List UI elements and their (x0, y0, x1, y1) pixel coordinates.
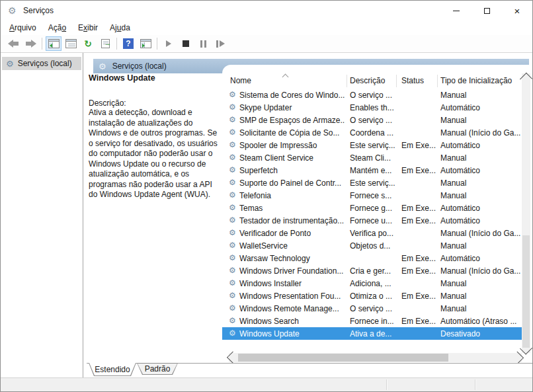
title-bar: ⚙ Serviços × (1, 1, 532, 20)
column-divider[interactable] (437, 75, 438, 87)
description-label: Descrição: (89, 98, 222, 108)
services-list: Nome Descrição Status Tipo de Inicializa… (222, 65, 530, 362)
column-header-status[interactable]: Status (401, 76, 424, 85)
table-row[interactable]: ⚙ SMP de Espaços de Armaze... O serviço … (222, 114, 522, 126)
cell-name: Superfetch (239, 166, 345, 175)
table-row[interactable]: ⚙ Telefonia Fornece s... Manual (222, 189, 522, 202)
tree-item-label: Serviços (local) (18, 59, 72, 68)
menu-item[interactable]: Ação (42, 22, 72, 34)
cell-name: Windows Installer (239, 279, 345, 288)
cell-status: Em Exe... (401, 141, 436, 150)
table-row[interactable]: ⚙ Warsaw Technology Em Exe... Automático (222, 252, 522, 264)
start-service-button[interactable] (161, 36, 177, 51)
service-gear-icon: ⚙ (229, 253, 236, 262)
service-gear-icon: ⚙ (229, 90, 236, 99)
table-row[interactable]: ⚙ Windows Installer Adiciona, ... Manual (222, 277, 522, 290)
tree-item-services-local[interactable]: ⚙ Serviços (local) (2, 57, 81, 70)
cell-description: Fornece g... (350, 204, 399, 213)
pause-service-button[interactable] (195, 36, 211, 51)
show-console-tree-button[interactable] (46, 36, 62, 51)
column-header-tipo[interactable]: Tipo de Inicialização (440, 76, 512, 85)
service-gear-icon: ⚙ (229, 102, 236, 112)
column-header-nome[interactable]: Nome (230, 76, 251, 85)
extended-pane-icon (140, 39, 151, 48)
play-icon (166, 40, 171, 47)
column-header-descricao[interactable]: Descrição (350, 76, 385, 85)
service-gear-icon: ⚙ (229, 216, 236, 225)
cell-name: Windows Search (239, 317, 345, 326)
close-button[interactable]: × (502, 1, 532, 20)
table-row[interactable]: ⚙ Steam Client Service Steam Cli... Manu… (222, 151, 522, 164)
table-row[interactable]: ⚙ Testador de instrumentação... Fornece … (222, 214, 522, 227)
service-gear-icon: ⚙ (229, 115, 236, 124)
cell-name: Solicitante de Cópia de So... (239, 128, 345, 137)
status-bar-divider (475, 379, 475, 390)
column-divider[interactable] (396, 75, 397, 87)
menu-item[interactable]: Exibir (72, 22, 104, 34)
maximize-icon (484, 8, 490, 14)
service-gear-icon: ⚙ (229, 128, 236, 137)
services-gear-icon: ⚙ (6, 59, 14, 69)
cell-startup-type: Manual (Início do Ga... (440, 128, 521, 137)
console-tree-icon (48, 39, 60, 48)
menu-item[interactable]: Arquivo (3, 22, 42, 34)
back-button[interactable] (5, 36, 21, 51)
table-row[interactable]: ⚙ Spooler de Impressão Este serviç... Em… (222, 139, 522, 151)
table-row[interactable]: ⚙ Windows Remote Manage... O serviço ...… (222, 302, 522, 315)
refresh-button[interactable]: ↻ (80, 36, 96, 51)
scroll-down-button[interactable] (522, 344, 530, 353)
toolbar: ↻ → ? (1, 35, 532, 53)
cell-status: Em Exe... (401, 266, 436, 276)
cell-status: Em Exe... (401, 292, 436, 301)
cell-startup-type: Automático (440, 216, 521, 225)
vertical-scrollbar[interactable] (522, 73, 530, 353)
minimize-button[interactable] (441, 1, 472, 20)
service-gear-icon: ⚙ (229, 140, 236, 149)
cell-description: O serviço ... (350, 116, 399, 125)
table-row[interactable]: ⚙ Solicitante de Cópia de So... Coordena… (222, 126, 522, 139)
table-row[interactable]: ⚙ Windows Presentation Fou... Otimiza o … (222, 290, 522, 302)
export-list-button[interactable]: → (97, 36, 113, 51)
table-row[interactable]: ⚙ Windows Search Fornece in... Em Exe...… (222, 315, 522, 327)
cell-description: Enables th... (350, 103, 399, 112)
horizontal-scroll-thumb[interactable] (238, 354, 448, 362)
vertical-scroll-thumb[interactable] (522, 235, 530, 347)
scroll-right-button[interactable] (513, 353, 522, 362)
view-tab-padrão[interactable]: Padrão (137, 363, 178, 375)
cell-name: Sistema de Cores do Windo... (239, 91, 345, 100)
toolbar-separator (42, 38, 42, 50)
cell-startup-type: Manual (440, 91, 521, 100)
scroll-up-button[interactable] (522, 73, 530, 83)
forward-button[interactable] (22, 36, 38, 51)
table-row[interactable]: ⚙ Verificador de Ponto Verifica po... Ma… (222, 227, 522, 239)
stop-service-button[interactable] (178, 36, 194, 51)
help-button[interactable]: ? (120, 36, 136, 51)
pause-icon (200, 40, 206, 48)
table-row[interactable]: ⚙ Temas Fornece g... Em Exe... Automátic… (222, 202, 522, 214)
table-row[interactable]: ⚙ Superfetch Mantém e... Em Exe... Autom… (222, 164, 522, 176)
table-row[interactable]: ⚙ Skype Updater Enables th... Automático (222, 101, 522, 114)
resume-service-button[interactable] (212, 36, 228, 51)
cell-startup-type: Automático (440, 166, 521, 175)
service-gear-icon: ⚙ (229, 303, 236, 313)
window-title: Serviços (23, 6, 54, 15)
column-divider[interactable] (347, 75, 347, 87)
show-extended-pane-button[interactable] (138, 36, 153, 51)
table-row[interactable]: ⚙ Windows Driver Foundation... Cria e ge… (222, 264, 522, 277)
cell-startup-type: Manual (Início do Ga... (440, 266, 521, 276)
table-row[interactable]: ⚙ WalletService Objetos d... Manual (222, 239, 522, 252)
scroll-left-button[interactable] (229, 353, 237, 362)
table-row[interactable]: ⚙ Sistema de Cores do Windo... O serviço… (222, 89, 522, 101)
view-tab-estendido[interactable]: Estendido (89, 363, 136, 376)
menu-item[interactable]: Ajuda (104, 22, 136, 34)
status-bar (1, 377, 532, 391)
pane-header-title: Serviços (local) (112, 61, 167, 71)
table-row[interactable]: ⚙ Suporte do Painel de Contr... Este ser… (222, 176, 522, 189)
horizontal-scrollbar[interactable] (229, 353, 522, 362)
maximize-button[interactable] (472, 1, 502, 20)
services-gear-icon: ⚙ (99, 61, 106, 71)
properties-button[interactable] (63, 36, 79, 51)
cell-startup-type: Desativado (440, 329, 521, 338)
table-row[interactable]: ⚙ Windows Update Ativa a de... Desativad… (222, 327, 522, 340)
cell-startup-type: Manual (440, 241, 521, 251)
